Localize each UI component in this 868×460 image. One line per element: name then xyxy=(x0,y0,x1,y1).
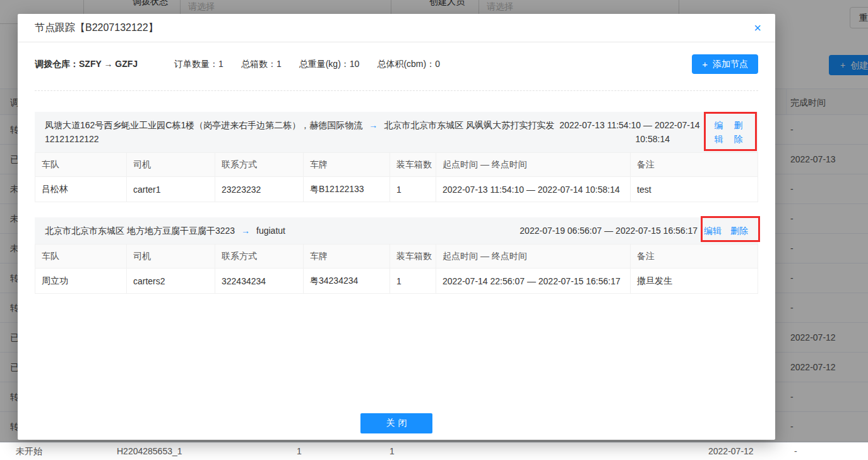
close-button[interactable]: 关闭 xyxy=(360,413,432,433)
origin-phone: 12121212122 xyxy=(45,134,99,144)
plus-icon: + xyxy=(702,59,708,70)
col-fleet: 车队 xyxy=(35,245,127,269)
remark-cell: 撒旦发生 xyxy=(631,269,758,294)
modal-title: 节点跟踪【B2207132122】 xyxy=(35,21,158,35)
plate-cell: 粤B12122133 xyxy=(304,177,390,202)
modal-body: 调拨仓库：SZFY → GZFJ 订单数量：1 总箱数：1 总重量(kg)：10… xyxy=(18,54,775,294)
col-contact: 联系方式 xyxy=(215,153,304,177)
col-contact: 联系方式 xyxy=(215,245,304,269)
done-cell: - xyxy=(794,443,797,459)
table-header-row: 车队 司机 联系方式 车牌 装车箱数 起点时间 — 终点时间 备注 xyxy=(35,153,758,177)
screen: 调拨状态 请选择 创建人员 请选择 重 +创建 调 完成时间 转- 已2022-… xyxy=(0,0,868,460)
close-icon[interactable]: × xyxy=(754,21,761,34)
col-plate: 车牌 xyxy=(304,245,390,269)
node-time-range: 2022-07-13 11:54:10 — 2022-07-14 xyxy=(559,120,699,130)
col-plate: 车牌 xyxy=(304,153,390,177)
table-row: 吕松林 carter1 23223232 粤B12122133 1 2022-0… xyxy=(35,177,758,202)
col-driver: 司机 xyxy=(127,245,215,269)
node-route: 凤塘大道162号西乡蚝业工业园C栋1楼（岗亭进来右手边第二栋），赫德国际物流→北… xyxy=(45,118,708,146)
edit-link[interactable]: 编辑 xyxy=(714,118,723,146)
col-fleet: 车队 xyxy=(35,153,127,177)
arrow-right-icon: → xyxy=(369,120,378,130)
contact-cell: 23223232 xyxy=(215,177,304,202)
origin-address: 北京市北京市东城区 地方地方豆腐干豆腐干3223 xyxy=(45,226,235,236)
table-row-bottom: 未开始 H2204285653_1 1 1 2022-07-12 - xyxy=(0,442,868,460)
col-remark: 备注 xyxy=(631,153,758,177)
fleet-cell: 吕松林 xyxy=(35,177,127,202)
table-header-row: 车队 司机 联系方式 车牌 装车箱数 起点时间 — 终点时间 备注 xyxy=(35,245,758,269)
qty-cell: 1 xyxy=(297,443,302,459)
dashed-divider xyxy=(35,90,758,91)
node-table: 车队 司机 联系方式 车牌 装车箱数 起点时间 — 终点时间 备注 周立功 ca xyxy=(35,244,758,294)
col-remark: 备注 xyxy=(631,245,758,269)
node-time-range: 2022-07-19 06:56:07 — 2022-07-15 16:56:1… xyxy=(520,224,698,238)
node-route: 北京市北京市东城区 地方地方豆腐干豆腐干3223→fugiatut xyxy=(45,224,512,238)
node-actions: 编辑 删除 xyxy=(698,224,748,238)
delete-link[interactable]: 删除 xyxy=(734,118,743,146)
time-cell: 2022-07-14 22:56:07 — 2022-07-15 16:56:1… xyxy=(436,269,631,294)
arrow-right-icon: → xyxy=(241,226,250,236)
node-tracking-modal: 节点跟踪【B2207132122】 × 调拨仓库：SZFY → GZFJ 订单数… xyxy=(18,14,775,440)
driver-cell: carters2 xyxy=(127,269,215,294)
box-count: 总箱数：1 xyxy=(241,59,282,70)
status-cell: 未开始 xyxy=(16,443,42,459)
remark-cell: test xyxy=(631,177,758,202)
arrow-right-icon: → xyxy=(104,59,112,69)
node-section-1: 凤塘大道162号西乡蚝业工业园C栋1楼（岗亭进来右手边第二栋），赫德国际物流→北… xyxy=(35,112,758,202)
total-weight: 总重量(kg)：10 xyxy=(299,59,360,70)
plate-cell: 粤34234234 xyxy=(304,269,390,294)
modal-header: 节点跟踪【B2207132122】 × xyxy=(18,14,775,42)
order-no-cell: H2204285653_1 xyxy=(117,443,182,459)
table-row: 周立功 carters2 322434234 粤34234234 1 2022-… xyxy=(35,269,758,294)
delete-link[interactable]: 删除 xyxy=(730,226,748,236)
node-table: 车队 司机 联系方式 车牌 装车箱数 起点时间 — 终点时间 备注 吕松林 ca xyxy=(35,152,758,202)
node-time-wrap: 10:58:14 xyxy=(636,132,670,146)
boxes-cell: 1 xyxy=(390,177,436,202)
date-cell: 2022-07-12 xyxy=(708,443,754,459)
destination-address: fugiatut xyxy=(256,226,285,236)
col-boxes: 装车箱数 xyxy=(390,245,436,269)
fleet-cell: 周立功 xyxy=(35,269,127,294)
contact-cell: 322434234 xyxy=(215,269,304,294)
node-section-2: 北京市北京市东城区 地方地方豆腐干豆腐干3223→fugiatut 2022-0… xyxy=(35,217,758,294)
order-count: 订单数量：1 xyxy=(174,59,223,70)
origin-address: 凤塘大道162号西乡蚝业工业园C栋1楼（岗亭进来右手边第二栋），赫德国际物流 xyxy=(45,120,362,130)
edit-link[interactable]: 编辑 xyxy=(704,226,722,236)
col-time: 起点时间 — 终点时间 xyxy=(436,153,631,177)
node-actions: 编辑 删除 xyxy=(708,118,748,146)
warehouse-summary: 调拨仓库：SZFY → GZFJ xyxy=(35,59,138,70)
total-volume: 总体积(cbm)：0 xyxy=(377,59,440,70)
add-node-button[interactable]: +添加节点 xyxy=(692,54,758,74)
col-boxes: 装车箱数 xyxy=(390,153,436,177)
col-driver: 司机 xyxy=(127,153,215,177)
time-cell: 2022-07-13 11:54:10 — 2022-07-14 10:58:1… xyxy=(436,177,631,202)
destination-address: 北京市北京市东城区 风飒飒大苏打实打实发 xyxy=(384,120,554,130)
node-header: 北京市北京市东城区 地方地方豆腐干豆腐干3223→fugiatut 2022-0… xyxy=(35,217,758,244)
summary-bar: 调拨仓库：SZFY → GZFJ 订单数量：1 总箱数：1 总重量(kg)：10… xyxy=(35,54,758,74)
boxes-cell: 1 xyxy=(390,269,436,294)
qty-cell: 1 xyxy=(389,443,395,459)
node-header: 凤塘大道162号西乡蚝业工业园C栋1楼（岗亭进来右手边第二栋），赫德国际物流→北… xyxy=(35,112,758,152)
col-time: 起点时间 — 终点时间 xyxy=(436,245,631,269)
driver-cell: carter1 xyxy=(127,177,215,202)
